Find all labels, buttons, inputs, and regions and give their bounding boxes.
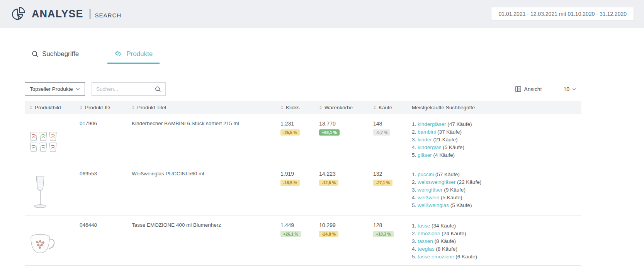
- warenkoerbe-value: 10.299: [319, 222, 369, 228]
- column-label: Meistgekaufte Suchbegriffe: [412, 105, 475, 110]
- keyword-link[interactable]: tasse emozione: [418, 254, 454, 260]
- keyword-link[interactable]: bambini: [418, 129, 436, 135]
- keyword-item: 4. weißwein (5 Käufe): [412, 194, 581, 202]
- keyword-count: (34 Käufe): [432, 223, 456, 229]
- product-id: 017906: [75, 114, 127, 164]
- product-title: Weißweinglas PUCCINI 560 ml: [127, 164, 276, 215]
- keyword-rank: 3.: [412, 238, 416, 244]
- toolbar-right-group: Ansicht 10: [515, 86, 576, 92]
- keyword-link[interactable]: tassen: [418, 238, 433, 244]
- keyword-link[interactable]: weißwein: [418, 195, 439, 200]
- tab-bar: Suchbegriffe Produkte: [25, 47, 581, 64]
- product-image-cell: [25, 164, 75, 215]
- keyword-item: 1. tasse (34 Käufe): [412, 222, 581, 230]
- pie-chart-logo-icon: [10, 6, 26, 22]
- keyword-item: 5. tasse emozione (6 Käufe): [412, 253, 581, 261]
- products-table: Produktbild Produkt-ID Produkt Titel Kli…: [25, 101, 581, 266]
- keyword-link[interactable]: kindergläser: [418, 121, 446, 127]
- tags-icon: [114, 51, 123, 58]
- product-id: 069553: [75, 164, 127, 215]
- kaeufe-value: 148: [373, 120, 407, 127]
- tab-produkte[interactable]: Produkte: [107, 47, 160, 64]
- search-input[interactable]: [96, 86, 150, 92]
- column-header-klicks[interactable]: Klicks: [276, 101, 314, 114]
- column-label: Klicks: [286, 105, 299, 110]
- column-label: Produkt Titel: [137, 105, 166, 110]
- keyword-item: 3. weingläser (9 Käufe): [412, 186, 581, 194]
- page-size-select[interactable]: 10: [563, 86, 576, 92]
- sort-icon: [29, 106, 32, 109]
- keyword-link[interactable]: weingläser: [418, 187, 443, 193]
- klicks-value: 1.231: [280, 120, 314, 127]
- klicks-change-badge: -25,5 %: [280, 129, 300, 136]
- warenkoerbe-value: 14.223: [319, 171, 369, 177]
- keyword-item: 4. kinderglas (5 Käufe): [412, 144, 581, 151]
- keyword-link[interactable]: gläser: [418, 152, 432, 158]
- keyword-link[interactable]: kinderglas: [418, 144, 442, 150]
- tab-suchbegriffe[interactable]: Suchbegriffe: [25, 47, 86, 64]
- keyword-rank: 3.: [412, 137, 416, 143]
- keyword-rank: 2.: [412, 129, 416, 135]
- kaeufe-change-badge: -27,1 %: [373, 180, 393, 186]
- keyword-rank: 4.: [412, 195, 416, 200]
- keyword-count: (5 Käufe): [441, 195, 462, 200]
- keyword-rank: 5.: [412, 152, 416, 158]
- table-row: 069553 Weißweinglas PUCCINI 560 ml 1.919…: [25, 164, 581, 216]
- kaeufe-change-badge: +10,3 %: [373, 231, 394, 237]
- product-image-kids-cups: [29, 131, 59, 153]
- sort-icon: [280, 106, 284, 109]
- keywords-cell: 1. kindergläser (47 Käufe) 2. bambini (3…: [407, 114, 581, 164]
- keyword-item: 2. bambini (37 Käufe): [412, 128, 581, 136]
- keyword-count: (9 Käufe): [444, 187, 466, 193]
- chevron-down-icon: [572, 88, 576, 90]
- klicks-cell: 1.449 +26,1 %: [276, 216, 314, 265]
- view-settings-button[interactable]: Ansicht: [515, 86, 542, 92]
- keyword-link[interactable]: kinder: [418, 137, 432, 143]
- product-title: Kinderbecher BAMBINI 6 Stück sortiert 21…: [127, 114, 276, 164]
- kaeufe-cell: 128 +10,3 %: [369, 216, 407, 265]
- column-label: Produktbild: [35, 105, 61, 110]
- keyword-item: 2. weissweingläser (22 Käufe): [412, 178, 581, 186]
- klicks-cell: 1.231 -25,5 %: [276, 114, 314, 164]
- keyword-rank: 2.: [412, 179, 416, 185]
- brand-divider: [90, 9, 90, 19]
- sort-icon: [80, 106, 83, 109]
- keyword-item: 4. teeglas (8 Käufe): [412, 245, 581, 253]
- klicks-value: 1.919: [280, 171, 314, 177]
- column-header-produkt-titel[interactable]: Produkt Titel: [127, 101, 276, 114]
- product-title: Tasse EMOZIONE 400 ml Blumenherz: [127, 216, 276, 265]
- keyword-count: (37 Käufe): [437, 129, 462, 135]
- view-columns-icon: [515, 86, 521, 92]
- page-size-value: 10: [563, 86, 569, 92]
- column-header-warenkoerbe[interactable]: Warenkörbe: [314, 101, 369, 114]
- column-header-produkt-id[interactable]: Produkt-ID: [75, 101, 127, 114]
- chevron-down-icon: [76, 88, 80, 90]
- column-header-kaeufe[interactable]: Käufe: [369, 101, 407, 114]
- keywords-cell: 1. tasse (34 Käufe) 2. emozione (24 Käuf…: [407, 216, 581, 265]
- keyword-rank: 2.: [412, 231, 416, 236]
- warenkoerbe-change-badge: -12,6 %: [319, 180, 338, 186]
- column-label: Produkt-ID: [85, 105, 110, 110]
- keyword-item: 3. kinder (21 Käufe): [412, 136, 581, 144]
- keyword-link[interactable]: tasse: [418, 223, 430, 229]
- keyword-link[interactable]: puccini: [418, 171, 434, 177]
- keyword-link[interactable]: teeglas: [418, 246, 435, 252]
- product-image-mug: [29, 234, 56, 255]
- keyword-count: (8 Käufe): [435, 238, 456, 244]
- keyword-count: (57 Käufe): [435, 171, 460, 177]
- keyword-rank: 1.: [412, 171, 416, 177]
- search-icon[interactable]: [155, 86, 161, 92]
- date-range-picker[interactable]: 01.01.2021 - 12.03.2021 mit 01.10.2020 -…: [491, 7, 634, 21]
- warenkoerbe-cell: 10.299 -24,8 %: [314, 216, 369, 265]
- keyword-count: (24 Käufe): [442, 231, 466, 236]
- keyword-link[interactable]: weißweinglas: [418, 202, 449, 208]
- product-filter-value: Topseller Produkte: [30, 86, 73, 92]
- product-filter-select[interactable]: Topseller Produkte: [25, 82, 85, 96]
- warenkoerbe-cell: 13.770 +63,1 %: [314, 114, 369, 164]
- keyword-rank: 1.: [412, 121, 416, 127]
- keyword-link[interactable]: emozione: [418, 231, 440, 236]
- keyword-item: 3. tassen (8 Käufe): [412, 238, 581, 245]
- column-header-produktbild[interactable]: Produktbild: [25, 101, 75, 114]
- sort-icon: [319, 106, 322, 109]
- keyword-link[interactable]: weissweingläser: [418, 179, 455, 185]
